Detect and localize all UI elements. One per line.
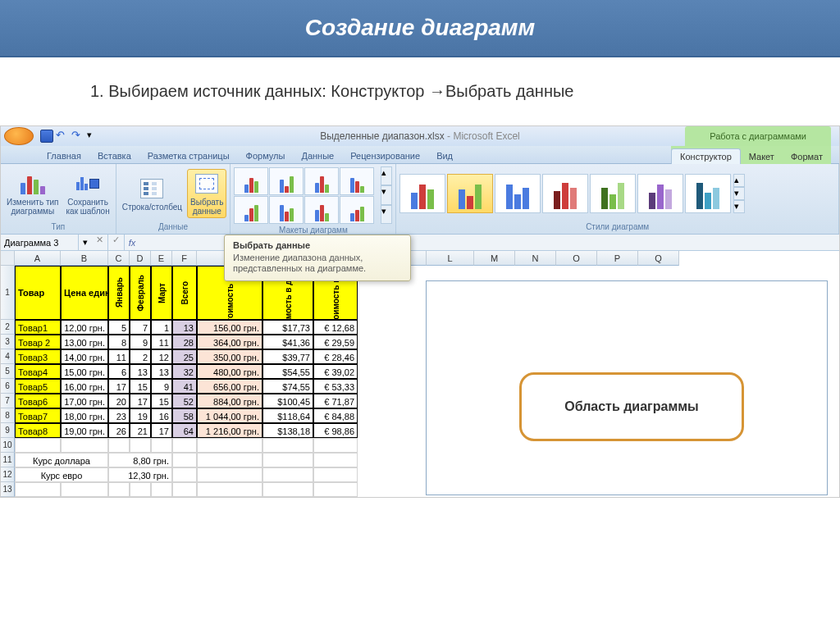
cell[interactable]: 8,80 грн. bbox=[108, 453, 172, 467]
cell[interactable]: $41,36 bbox=[262, 335, 313, 349]
cell[interactable]: Товар 2 bbox=[15, 335, 61, 349]
style-option[interactable] bbox=[542, 174, 588, 213]
cell[interactable] bbox=[313, 467, 358, 482]
worksheet-grid[interactable]: Область диаграммы 1ТоварЦена единицыЯнва… bbox=[1, 266, 839, 497]
cell[interactable] bbox=[197, 482, 262, 497]
style-scroll-down-icon[interactable]: ▾ bbox=[733, 187, 745, 200]
gallery-scroll-up-icon[interactable]: ▴ bbox=[381, 166, 392, 185]
cell[interactable]: 6 bbox=[108, 364, 130, 379]
cell[interactable] bbox=[262, 482, 313, 497]
cell[interactable] bbox=[108, 438, 130, 453]
tab-рецензирование[interactable]: Рецензирование bbox=[342, 148, 428, 163]
cell[interactable]: Товар bbox=[15, 266, 61, 320]
cell[interactable]: $118,64 bbox=[262, 408, 313, 423]
change-chart-type-button[interactable]: Изменить тип диаграммы bbox=[4, 170, 61, 217]
cell[interactable]: 15 bbox=[130, 379, 151, 394]
row-header[interactable]: 2 bbox=[1, 320, 15, 335]
cell[interactable]: 32 bbox=[172, 364, 197, 379]
cell[interactable]: $54,55 bbox=[262, 364, 313, 379]
column-header[interactable]: D bbox=[130, 251, 151, 266]
row-header[interactable]: 8 bbox=[1, 408, 15, 423]
cell[interactable]: 15 bbox=[151, 394, 172, 408]
cell[interactable]: 1 044,00 грн. bbox=[197, 408, 262, 423]
cell[interactable]: € 28,46 bbox=[313, 349, 358, 364]
row-header[interactable]: 3 bbox=[1, 335, 15, 349]
cell[interactable] bbox=[172, 453, 197, 467]
column-header[interactable]: B bbox=[61, 251, 108, 266]
office-button[interactable] bbox=[4, 127, 34, 145]
layout-option[interactable] bbox=[234, 196, 268, 224]
name-box[interactable]: Диаграмма 3 bbox=[1, 235, 79, 250]
cell[interactable]: € 53,33 bbox=[313, 379, 358, 394]
style-option[interactable] bbox=[399, 174, 445, 213]
save-as-template-button[interactable]: Сохранить как шаблон bbox=[63, 170, 112, 217]
cell[interactable]: 13 bbox=[172, 320, 197, 335]
layout-option[interactable] bbox=[304, 167, 339, 195]
tab-вид[interactable]: Вид bbox=[428, 148, 461, 163]
cell[interactable]: 350,00 грн. bbox=[197, 349, 262, 364]
cell[interactable]: 19,00 грн. bbox=[61, 423, 108, 438]
layout-option[interactable] bbox=[234, 167, 268, 195]
cell[interactable]: 656,00 грн. bbox=[197, 379, 262, 394]
cell[interactable] bbox=[130, 438, 151, 453]
tab-формулы[interactable]: Формулы bbox=[238, 148, 294, 163]
cell[interactable]: € 84,88 bbox=[313, 408, 358, 423]
column-header[interactable]: L bbox=[427, 251, 474, 266]
cell[interactable]: 884,00 грн. bbox=[197, 394, 262, 408]
cell[interactable]: 23 bbox=[108, 408, 130, 423]
cancel-icon[interactable]: ✕ bbox=[92, 235, 108, 250]
cell[interactable]: Курс евро bbox=[15, 467, 108, 482]
row-header[interactable]: 1 bbox=[1, 266, 15, 320]
cell[interactable]: 2 bbox=[130, 349, 151, 364]
row-header[interactable]: 5 bbox=[1, 364, 15, 379]
style-option[interactable] bbox=[495, 174, 541, 213]
cell[interactable]: Товар4 bbox=[15, 364, 61, 379]
cell[interactable]: 156,00 грн. bbox=[197, 320, 262, 335]
cell[interactable]: 14,00 грн. bbox=[61, 349, 108, 364]
cell[interactable]: 58 bbox=[172, 408, 197, 423]
enter-icon[interactable]: ✓ bbox=[108, 235, 125, 250]
cell[interactable]: Курс доллара bbox=[15, 453, 108, 467]
name-box-dropdown-icon[interactable]: ▾ bbox=[79, 237, 92, 248]
cell[interactable]: 52 bbox=[172, 394, 197, 408]
cell[interactable]: 9 bbox=[151, 379, 172, 394]
layout-option[interactable] bbox=[340, 167, 374, 195]
cell[interactable] bbox=[313, 482, 358, 497]
column-header[interactable]: P bbox=[597, 251, 638, 266]
cell[interactable]: $39,77 bbox=[262, 349, 313, 364]
context-tab-конструктор[interactable]: Конструктор bbox=[671, 148, 741, 164]
cell[interactable]: 1 216,00 грн. bbox=[197, 423, 262, 438]
cell[interactable]: 17 bbox=[130, 394, 151, 408]
style-option[interactable] bbox=[685, 174, 731, 213]
row-header[interactable]: 6 bbox=[1, 379, 15, 394]
layout-option[interactable] bbox=[340, 196, 374, 224]
cell[interactable]: Товар6 bbox=[15, 394, 61, 408]
cell[interactable]: 12,00 грн. bbox=[61, 320, 108, 335]
cell[interactable]: 9 bbox=[130, 335, 151, 349]
cell[interactable]: $138,18 bbox=[262, 423, 313, 438]
save-icon[interactable] bbox=[40, 130, 53, 143]
tab-главная[interactable]: Главная bbox=[39, 148, 89, 163]
row-header[interactable]: 12 bbox=[1, 467, 15, 482]
column-header[interactable]: M bbox=[474, 251, 515, 266]
cell[interactable]: 18,00 грн. bbox=[61, 408, 108, 423]
style-option[interactable] bbox=[637, 174, 683, 213]
cell[interactable]: 1 bbox=[151, 320, 172, 335]
cell[interactable]: 26 bbox=[108, 423, 130, 438]
cell[interactable]: € 71,87 bbox=[313, 394, 358, 408]
cell[interactable] bbox=[130, 482, 151, 497]
cell[interactable] bbox=[197, 453, 262, 467]
cell[interactable]: 20 bbox=[108, 394, 130, 408]
cell[interactable]: 64 bbox=[172, 423, 197, 438]
cell[interactable]: Товар5 bbox=[15, 379, 61, 394]
layout-option[interactable] bbox=[269, 167, 304, 195]
cell[interactable] bbox=[262, 467, 313, 482]
row-header[interactable]: 7 bbox=[1, 394, 15, 408]
column-header[interactable]: A bbox=[15, 251, 61, 266]
cell[interactable] bbox=[15, 482, 61, 497]
tab-вставка[interactable]: Вставка bbox=[89, 148, 139, 163]
cell[interactable]: $100,45 bbox=[262, 394, 313, 408]
cell[interactable]: 21 bbox=[130, 423, 151, 438]
cell[interactable]: Январь bbox=[108, 266, 130, 320]
cell[interactable]: € 39,02 bbox=[313, 364, 358, 379]
